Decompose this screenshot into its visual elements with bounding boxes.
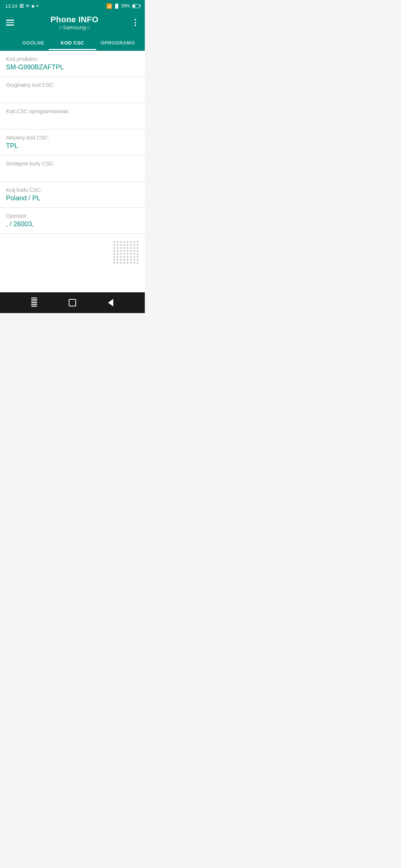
- dot: [117, 253, 118, 255]
- app-subtitle: ☆Samsung☆: [18, 24, 131, 30]
- tab-oprogramowanie[interactable]: OPROGRAMO: [96, 35, 145, 50]
- value-operator: , / 26003,: [6, 220, 139, 228]
- dot: [137, 253, 138, 255]
- content-area: Kod produktu: SM-G990BZAFTPL Oryginalny …: [0, 51, 145, 292]
- dot: [120, 247, 122, 249]
- value-oryginalny-csc: [6, 89, 139, 98]
- dot: [137, 241, 138, 243]
- dot: [133, 241, 135, 243]
- field-aktywny-csc: Aktywny kod CSC: TPL: [0, 129, 145, 155]
- dot: [130, 262, 132, 264]
- dot: [113, 244, 115, 246]
- dot: [113, 250, 115, 252]
- dot: [133, 262, 135, 264]
- dot: [133, 259, 135, 261]
- dot: [120, 259, 122, 261]
- value-kod-produktu: SM-G990BZAFTPL: [6, 63, 139, 71]
- dot: [117, 244, 118, 246]
- dot: [123, 244, 125, 246]
- dot: [137, 262, 138, 264]
- status-left: 13:24 🖼 ✉ ◉ •: [5, 3, 38, 9]
- dot: [123, 253, 125, 255]
- dot: [123, 250, 125, 252]
- dot: [133, 244, 135, 246]
- dot: [130, 244, 132, 246]
- svg-rect-1: [31, 304, 37, 305]
- dot: [113, 241, 115, 243]
- watermark-area: [0, 234, 145, 278]
- label-operator: Operator:: [6, 213, 139, 219]
- dot: [117, 259, 118, 261]
- dot: [120, 262, 122, 264]
- dot: [127, 259, 128, 261]
- app-bar: Phone INFO ☆Samsung☆ ⋮: [0, 11, 145, 35]
- dot: [113, 253, 115, 255]
- dot: [130, 247, 132, 249]
- field-dostepne-csc: Dostępne kody CSC:: [0, 155, 145, 182]
- svg-rect-2: [31, 306, 37, 307]
- back-icon: [108, 299, 113, 306]
- dot: [113, 259, 115, 261]
- dot: [137, 256, 138, 258]
- dot: [127, 253, 128, 255]
- dot: [117, 262, 118, 264]
- recents-icon: [30, 297, 38, 308]
- dot: [123, 259, 125, 261]
- dot: [137, 250, 138, 252]
- photo-icon: 🖼: [19, 3, 24, 9]
- nav-recents-button[interactable]: [27, 295, 42, 310]
- field-oryginalny-csc: Oryginalny kod CSC:: [0, 77, 145, 103]
- app-bar-center: Phone INFO ☆Samsung☆: [18, 15, 131, 30]
- label-dostepne-csc: Dostępne kody CSC:: [6, 161, 139, 167]
- signal-icon: ▐▌: [114, 4, 120, 8]
- field-kod-produktu: Kod produktu: SM-G990BZAFTPL: [0, 51, 145, 77]
- dot: [130, 250, 132, 252]
- status-right: 📶 ▐▌ 39%: [106, 3, 140, 9]
- dot-grid-watermark: [113, 241, 139, 264]
- field-kraj-csc: Kraj kodu CSC: Poland / PL: [0, 182, 145, 208]
- dot: [123, 241, 125, 243]
- field-csc-oprogramowania: Kod CSC oprogramowania:: [0, 103, 145, 129]
- dot: [120, 253, 122, 255]
- dot: [117, 250, 118, 252]
- dot: [130, 253, 132, 255]
- label-kraj-csc: Kraj kodu CSC:: [6, 187, 139, 193]
- battery-icon: [132, 4, 140, 8]
- nav-back-button[interactable]: [103, 295, 118, 310]
- dot: [137, 247, 138, 249]
- dot: [127, 250, 128, 252]
- dot: [120, 250, 122, 252]
- nav-home-button[interactable]: [65, 295, 80, 310]
- dot: [130, 256, 132, 258]
- label-kod-produktu: Kod produktu:: [6, 56, 139, 62]
- svg-rect-0: [31, 302, 37, 303]
- value-aktywny-csc: TPL: [6, 142, 139, 150]
- battery-label: 39%: [121, 3, 130, 9]
- more-button[interactable]: ⋮: [131, 18, 139, 27]
- hamburger-button[interactable]: [6, 20, 18, 26]
- mail-icon: ✉: [26, 3, 29, 9]
- dot: [127, 247, 128, 249]
- dot: [117, 241, 118, 243]
- value-dostepne-csc: [6, 168, 139, 176]
- dot: [130, 259, 132, 261]
- dot: [137, 259, 138, 261]
- value-csc-oprogramowania: [6, 116, 139, 124]
- tab-ogolne[interactable]: OGÓLNE: [0, 35, 49, 50]
- dot: [113, 256, 115, 258]
- dot: [113, 262, 115, 264]
- dot: [133, 247, 135, 249]
- tab-kod-csc[interactable]: KOD CSC: [49, 35, 96, 50]
- time-label: 13:24: [5, 3, 17, 9]
- label-csc-oprogramowania: Kod CSC oprogramowania:: [6, 108, 139, 114]
- label-aktywny-csc: Aktywny kod CSC:: [6, 135, 139, 141]
- dot: [137, 244, 138, 246]
- wifi-icon: 📶: [106, 3, 112, 9]
- dot: [133, 253, 135, 255]
- dot: [133, 256, 135, 258]
- dot: [117, 256, 118, 258]
- dot: [120, 256, 122, 258]
- dot: [127, 262, 128, 264]
- dot: [120, 241, 122, 243]
- dot: [120, 244, 122, 246]
